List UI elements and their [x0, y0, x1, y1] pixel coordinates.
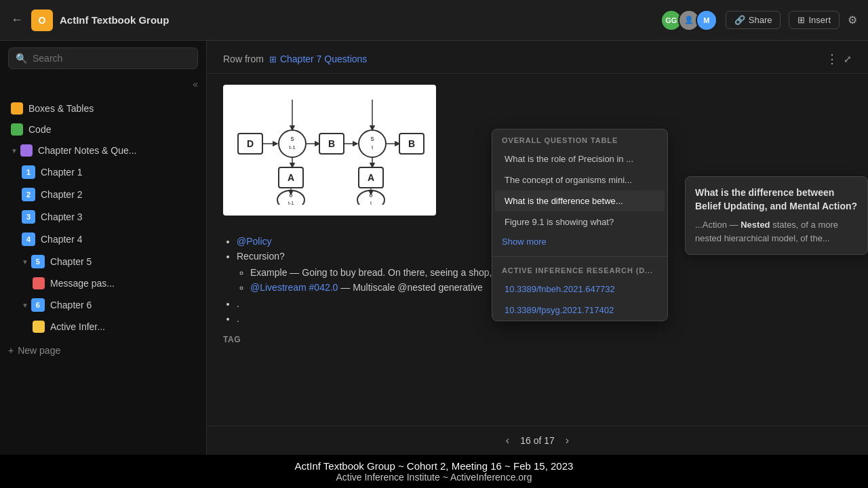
sidebar-item-msg-pas[interactable]: Message pas...	[3, 273, 203, 293]
svg-text:t-1: t-1	[289, 144, 296, 150]
dropdown-item-2[interactable]: The concept of organisms mini...	[495, 169, 665, 190]
sidebar: 🔍 « Boxes & Tables Code ▼ Chapter Notes …	[0, 41, 207, 455]
fork-icon	[33, 321, 45, 333]
row-from-label: Row from	[223, 54, 264, 64]
sidebar-item-ch3[interactable]: 3 Chapter 3	[3, 206, 203, 228]
sidebar-search-area: 🔍	[0, 41, 206, 76]
sidebar-item-ch5[interactable]: ▼ 5 Chapter 5	[3, 251, 203, 272]
svg-text:t: t	[372, 144, 374, 150]
sidebar-item-ch5-label: Chapter 5	[50, 256, 92, 267]
tooltip-body: ...Action — Nested states, of a more nes…	[695, 218, 858, 245]
svg-text:t: t	[370, 201, 372, 205]
svg-text:B: B	[408, 138, 415, 149]
chapter-questions-link[interactable]: ⊞ Chapter 7 Questions	[269, 54, 367, 64]
svg-text:s: s	[371, 135, 374, 142]
page-info: 16 of 17	[520, 435, 555, 446]
sidebar-item-chapter-notes[interactable]: ▼ Chapter Notes & Que...	[3, 140, 203, 161]
dropdown-item-4[interactable]: Figure 9.1 is showing what?	[495, 211, 665, 232]
dropdown-divider	[492, 256, 667, 257]
content-header-right: ⋮ ⤢	[826, 52, 852, 66]
sidebar-item-active-infer[interactable]: Active Infer...	[3, 317, 203, 337]
diagram-container: D s t-1 B	[223, 85, 436, 216]
insert-button[interactable]: ⊞ Insert	[789, 11, 840, 29]
svg-point-3	[279, 130, 306, 157]
diagram-svg: D s t-1 B	[231, 93, 428, 205]
svg-text:t-1: t-1	[288, 201, 294, 205]
livestream-mention: @Livestream #042.0	[250, 282, 338, 293]
insert-icon: ⊞	[797, 15, 805, 25]
tooltip-body-prefix: ...Action —	[695, 220, 741, 230]
svg-text:s: s	[291, 135, 294, 142]
content-header: Row from ⊞ Chapter 7 Questions ⋮ ⤢	[207, 41, 868, 74]
content-area: Row from ⊞ Chapter 7 Questions ⋮ ⤢ D	[207, 41, 868, 455]
expand-arrow-notes: ▼	[11, 147, 18, 155]
back-button[interactable]: ←	[11, 13, 23, 27]
sidebar-item-code-label: Code	[28, 124, 51, 135]
svg-text:o: o	[369, 192, 372, 199]
main-area: 🔍 « Boxes & Tables Code ▼ Chapter Notes …	[0, 41, 868, 455]
ch3-badge: 3	[22, 210, 35, 224]
collapse-button[interactable]: «	[190, 76, 201, 92]
ch2-badge: 2	[22, 188, 35, 201]
tooltip-title: What is the difference between Belief Up…	[695, 186, 858, 213]
svg-text:B: B	[328, 138, 335, 149]
share-button[interactable]: 🔗 Share	[726, 11, 781, 29]
right-tooltip: What is the difference between Belief Up…	[685, 176, 868, 255]
footer-banner: ActInf Textbook Group ~ Cohort 2, Meetin…	[0, 455, 868, 488]
dropdown-link-2[interactable]: 10.3389/fpsyg.2021.717402	[495, 300, 665, 321]
svg-text:D: D	[247, 138, 254, 149]
dropdown-popup: OVERALL QUESTION TABLE What is the role …	[492, 129, 668, 321]
sidebar-item-ch4[interactable]: 4 Chapter 4	[3, 228, 203, 250]
ch4-badge: 4	[22, 232, 35, 246]
ch6-badge: 6	[31, 298, 45, 312]
policy-mention: @Policy	[237, 236, 272, 247]
dropdown-item-1[interactable]: What is the role of Precision in ...	[495, 148, 665, 169]
show-more-button[interactable]: Show more	[492, 232, 667, 253]
search-box[interactable]: 🔍	[8, 47, 198, 69]
expand-button[interactable]: ⤢	[844, 54, 852, 64]
search-input[interactable]	[33, 53, 191, 64]
svg-point-10	[359, 130, 386, 157]
chapter-questions-label: Chapter 7 Questions	[280, 54, 367, 64]
tag-label: TAG	[223, 335, 852, 344]
sidebar-item-ch2[interactable]: 2 Chapter 2	[3, 184, 203, 205]
notes-icon	[20, 144, 33, 157]
sidebar-item-boxes-label: Boxes & Tables	[28, 103, 94, 114]
sidebar-item-ch1[interactable]: 1 Chapter 1	[3, 161, 203, 183]
new-page-label: New page	[18, 345, 60, 356]
expand-arrow-ch6: ▼	[22, 302, 28, 309]
plus-icon: +	[8, 345, 14, 356]
sidebar-item-notes-label: Chapter Notes & Que...	[38, 145, 137, 156]
gear-icon[interactable]: ⚙	[848, 14, 857, 26]
livestream-suffix: — Multiscale @nested generative	[340, 282, 483, 293]
app-title: ActInf Textbook Group	[60, 14, 169, 26]
avatar-group: GG 👤 M	[660, 9, 717, 31]
expand-arrow-ch5: ▼	[22, 258, 28, 266]
more-button[interactable]: ⋮	[826, 52, 838, 66]
tooltip-bold: Nested	[741, 220, 770, 230]
sidebar-item-msg-label: Message pas...	[50, 278, 115, 289]
pagination: ‹ 16 of 17 ›	[207, 426, 868, 455]
prev-page-button[interactable]: ‹	[506, 434, 509, 447]
svg-text:A: A	[288, 172, 294, 183]
sidebar-item-ch6[interactable]: ▼ 6 Chapter 6	[3, 294, 203, 316]
search-icon: 🔍	[16, 53, 27, 64]
code-icon	[11, 123, 23, 136]
dropdown-link-1[interactable]: 10.3389/fnbeh.2021.647732	[495, 279, 665, 300]
footer-line1: ActInf Textbook Group ~ Cohort 2, Meetin…	[5, 460, 863, 472]
new-page-button[interactable]: + New page	[0, 340, 206, 361]
next-page-button[interactable]: ›	[566, 434, 569, 447]
svg-text:A: A	[368, 172, 374, 183]
sidebar-item-boxes[interactable]: Boxes & Tables	[3, 98, 203, 119]
dropdown-item-3[interactable]: What is the difference betwe...	[495, 190, 665, 211]
msg-icon	[33, 277, 45, 289]
ch5-badge: 5	[31, 255, 45, 268]
sidebar-item-ch3-label: Chapter 3	[41, 211, 82, 222]
sidebar-item-ch6-label: Chapter 6	[50, 300, 92, 310]
sidebar-item-code[interactable]: Code	[3, 119, 203, 140]
footer-line2: Active Inference Institute ~ ActiveInfer…	[5, 472, 863, 483]
top-bar: ← O ActInf Textbook Group GG 👤 M 🔗 Share…	[0, 0, 868, 41]
svg-text:o: o	[289, 192, 292, 199]
dropdown-section1-title: OVERALL QUESTION TABLE	[492, 129, 667, 148]
sidebar-item-ch4-label: Chapter 4	[41, 234, 82, 245]
